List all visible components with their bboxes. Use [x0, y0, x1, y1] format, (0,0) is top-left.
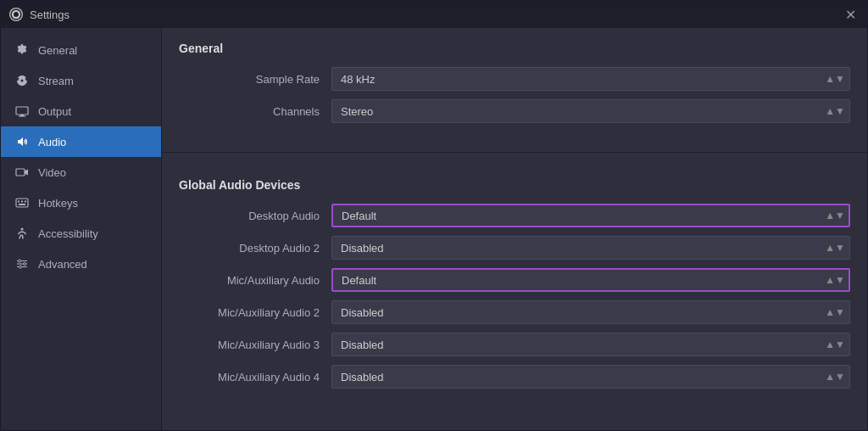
- mic-aux-2-select[interactable]: Disabled Default: [331, 300, 850, 324]
- channels-select[interactable]: Stereo Mono: [331, 99, 850, 123]
- main-content: General Stream: [1, 28, 867, 430]
- mic-aux-3-select[interactable]: Disabled Default: [331, 333, 850, 356]
- global-audio-section: Global Audio Devices Desktop Audio Defau…: [162, 165, 867, 414]
- desktop-audio-label: Desktop Audio: [179, 210, 331, 222]
- mic-aux-2-wrapper: Disabled Default ▲▼: [331, 300, 850, 324]
- sidebar-item-output-label: Output: [38, 105, 71, 118]
- sidebar-item-hotkeys-label: Hotkeys: [38, 197, 78, 210]
- svg-point-13: [19, 266, 22, 268]
- mic-aux-3-control: Disabled Default ▲▼: [331, 333, 850, 356]
- sidebar-item-audio-label: Audio: [38, 136, 66, 148]
- svg-rect-5: [16, 199, 28, 207]
- svg-point-10: [21, 228, 24, 231]
- channels-wrapper: Stereo Mono ▲▼: [331, 99, 850, 123]
- mic-aux-3-wrapper: Disabled Default ▲▼: [331, 333, 850, 356]
- sample-rate-row: Sample Rate 48 kHz 44.1 kHz ▲▼: [179, 67, 850, 91]
- app-icon: [9, 8, 23, 21]
- hotkeys-icon: [14, 195, 30, 210]
- mic-aux-control: Default Disabled ▲▼: [331, 268, 850, 292]
- svg-rect-9: [19, 204, 25, 205]
- general-section-title: General: [179, 42, 850, 55]
- desktop-audio-2-row: Desktop Audio 2 Disabled Default ▲▼: [179, 236, 850, 260]
- sidebar-item-general[interactable]: General: [1, 35, 161, 65]
- general-section: General Sample Rate 48 kHz 44.1 kHz ▲▼: [162, 28, 867, 148]
- svg-point-11: [19, 260, 21, 262]
- channels-row: Channels Stereo Mono ▲▼: [179, 99, 850, 123]
- sample-rate-select[interactable]: 48 kHz 44.1 kHz: [331, 67, 850, 91]
- desktop-audio-wrapper: Default Disabled ▲▼: [331, 204, 850, 227]
- sidebar-item-video-label: Video: [38, 166, 66, 179]
- mic-aux-label: Mic/Auxiliary Audio: [179, 274, 331, 287]
- desktop-audio-control: Default Disabled ▲▼: [331, 204, 850, 227]
- gear-icon: [14, 42, 30, 58]
- mic-aux-select[interactable]: Default Disabled: [331, 268, 850, 292]
- sidebar-item-stream[interactable]: Stream: [1, 65, 161, 96]
- channels-label: Channels: [179, 105, 331, 118]
- mic-aux-4-label: Mic/Auxiliary Audio 4: [179, 371, 331, 383]
- mic-aux-4-control: Disabled Default ▲▼: [331, 365, 850, 389]
- sidebar-item-advanced-label: Advanced: [38, 258, 87, 271]
- mic-aux-3-label: Mic/Auxiliary Audio 3: [179, 339, 331, 351]
- desktop-audio-2-wrapper: Disabled Default ▲▼: [331, 236, 850, 260]
- mic-aux-3-row: Mic/Auxiliary Audio 3 Disabled Default ▲…: [179, 333, 850, 356]
- mic-aux-row: Mic/Auxiliary Audio Default Disabled ▲▼: [179, 268, 850, 292]
- sidebar-item-advanced[interactable]: Advanced: [1, 249, 161, 279]
- mic-aux-2-label: Mic/Auxiliary Audio 2: [179, 306, 331, 319]
- sidebar: General Stream: [1, 28, 162, 430]
- channels-control: Stereo Mono ▲▼: [331, 99, 850, 123]
- mic-aux-wrapper: Default Disabled ▲▼: [331, 268, 850, 292]
- desktop-audio-row: Desktop Audio Default Disabled ▲▼: [179, 204, 850, 227]
- sidebar-item-accessibility[interactable]: Accessibility: [1, 218, 161, 249]
- desktop-audio-2-select[interactable]: Disabled Default: [331, 236, 850, 260]
- svg-rect-8: [25, 201, 26, 203]
- sidebar-item-general-label: General: [38, 44, 77, 57]
- mic-aux-4-select[interactable]: Disabled Default: [331, 365, 850, 389]
- close-button[interactable]: ✕: [842, 6, 859, 23]
- svg-rect-6: [18, 201, 19, 203]
- titlebar-left: Settings: [9, 8, 70, 21]
- sample-rate-control: 48 kHz 44.1 kHz ▲▼: [331, 67, 850, 91]
- output-icon: [14, 104, 30, 119]
- desktop-audio-2-label: Desktop Audio 2: [179, 242, 331, 255]
- titlebar-title: Settings: [30, 8, 70, 21]
- sidebar-item-output[interactable]: Output: [1, 96, 161, 126]
- svg-rect-1: [16, 107, 28, 115]
- content-area: General Sample Rate 48 kHz 44.1 kHz ▲▼: [162, 28, 867, 430]
- svg-point-12: [24, 263, 26, 266]
- sample-rate-wrapper: 48 kHz 44.1 kHz ▲▼: [331, 67, 850, 91]
- sidebar-item-audio[interactable]: Audio: [1, 126, 161, 157]
- section-divider: [162, 152, 867, 153]
- video-icon: [14, 165, 30, 180]
- mic-aux-2-row: Mic/Auxiliary Audio 2 Disabled Default ▲…: [179, 300, 850, 324]
- sidebar-item-hotkeys[interactable]: Hotkeys: [1, 188, 161, 218]
- global-audio-section-title: Global Audio Devices: [179, 178, 850, 192]
- svg-rect-7: [21, 201, 23, 203]
- desktop-audio-2-control: Disabled Default ▲▼: [331, 236, 850, 260]
- advanced-icon: [14, 256, 30, 271]
- accessibility-icon: [14, 226, 30, 241]
- mic-aux-2-control: Disabled Default ▲▼: [331, 300, 850, 324]
- titlebar: Settings ✕: [1, 1, 867, 28]
- desktop-audio-select[interactable]: Default Disabled: [331, 204, 850, 227]
- sidebar-item-video[interactable]: Video: [1, 157, 161, 188]
- svg-rect-4: [16, 169, 25, 176]
- mic-aux-4-row: Mic/Auxiliary Audio 4 Disabled Default ▲…: [179, 365, 850, 389]
- audio-icon: [14, 134, 30, 149]
- stream-icon: [14, 73, 30, 88]
- sidebar-item-stream-label: Stream: [38, 75, 74, 87]
- sidebar-item-accessibility-label: Accessibility: [38, 227, 98, 240]
- sample-rate-label: Sample Rate: [179, 73, 331, 86]
- mic-aux-4-wrapper: Disabled Default ▲▼: [331, 365, 850, 389]
- settings-window: Settings ✕ General: [0, 0, 868, 431]
